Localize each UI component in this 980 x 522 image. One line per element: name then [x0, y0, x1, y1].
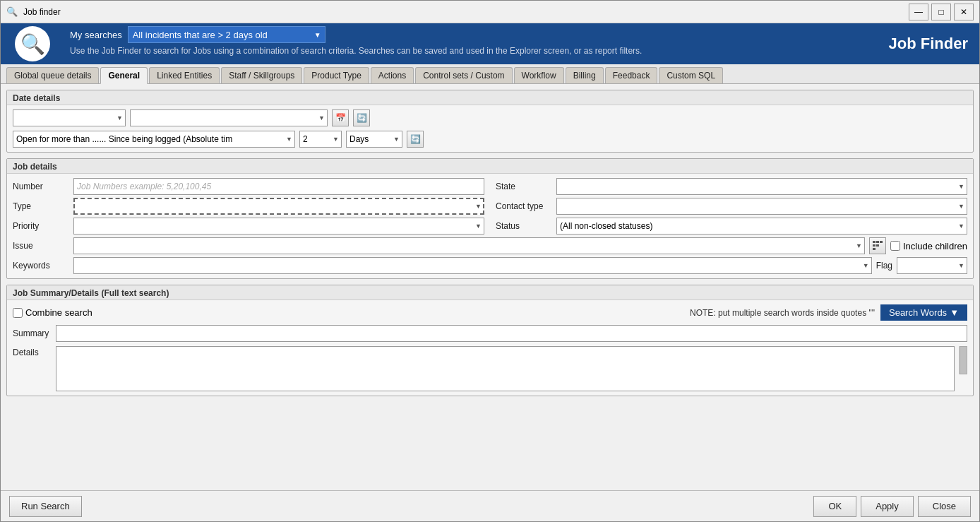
close-button-footer[interactable]: Close — [918, 496, 971, 517]
clear-date-button[interactable]: 🔄 — [353, 109, 370, 126]
tab-actions[interactable]: Actions — [371, 67, 414, 83]
tabs-container: Global queue details General Linked Enti… — [1, 64, 979, 84]
tab-global-queue[interactable]: Global queue details — [6, 67, 99, 83]
contact-type-select[interactable] — [556, 198, 967, 215]
time-open-wrapper[interactable]: Open for more than ...... Since being lo… — [13, 131, 295, 148]
full-text-search-section: Job Summary/Details (Full text search) C… — [6, 285, 974, 396]
tab-linked-entities[interactable]: Linked Entities — [149, 67, 220, 83]
logo-icon: 🔍 — [20, 32, 45, 56]
details-row: Details — [13, 346, 967, 391]
svg-rect-2 — [880, 241, 883, 243]
type-row: Type — [13, 198, 484, 215]
number-label: Number — [13, 182, 69, 191]
svg-rect-1 — [876, 241, 879, 243]
maximize-button[interactable]: □ — [931, 4, 951, 20]
time-open-select[interactable]: Open for more than ...... Since being lo… — [13, 131, 295, 148]
issue-tree-button[interactable] — [869, 237, 886, 254]
combine-search-label: Combine search — [25, 307, 92, 318]
title-bar-left: 🔍 Job finder — [6, 6, 61, 18]
date-type-select[interactable] — [13, 109, 126, 126]
state-row: State — [496, 178, 967, 195]
fts-body: Combine search NOTE: put multiple search… — [7, 300, 973, 396]
state-select[interactable] — [556, 178, 967, 195]
tab-product-type[interactable]: Product Type — [304, 67, 369, 83]
date-details-body: 📅 🔄 Open for more than ...... Since bein… — [7, 105, 973, 152]
combine-search-group: Combine search — [13, 307, 92, 318]
summary-input[interactable] — [56, 325, 967, 342]
fts-right: NOTE: put multiple search words inside q… — [690, 304, 967, 321]
issue-select[interactable] — [73, 237, 865, 254]
state-select-wrapper[interactable] — [556, 178, 967, 195]
calendar-button[interactable]: 📅 — [332, 109, 349, 126]
status-select[interactable]: (All non-closed statuses) — [556, 218, 967, 235]
keywords-row: Keywords Flag — [13, 257, 967, 274]
minimize-button[interactable]: — — [909, 4, 928, 20]
type-select[interactable] — [73, 198, 484, 215]
unit-select[interactable]: Days — [346, 131, 402, 148]
contact-type-wrapper[interactable] — [556, 198, 967, 215]
details-textarea[interactable] — [56, 346, 955, 391]
contact-type-label: Contact type — [496, 201, 552, 211]
details-label: Details — [13, 346, 52, 357]
date-details-legend: Date details — [7, 90, 973, 105]
value-select[interactable]: 2 — [299, 131, 342, 148]
search-words-button[interactable]: Search Words ▼ — [880, 304, 967, 321]
my-searches-row: My searches All incidents that are > 2 d… — [70, 26, 872, 43]
footer-right: OK Apply Close — [813, 496, 971, 517]
keywords-select[interactable] — [73, 257, 872, 274]
number-input[interactable] — [73, 178, 484, 195]
details-scrollbar[interactable] — [959, 346, 967, 374]
fts-header: Combine search NOTE: put multiple search… — [13, 304, 967, 321]
date-range-select[interactable] — [130, 109, 328, 126]
issue-row: Issue — [13, 237, 967, 254]
date-range-wrapper[interactable] — [130, 109, 328, 126]
header: 🔍 My searches All incidents that are > 2… — [1, 23, 979, 64]
include-children-checkbox[interactable] — [890, 241, 900, 251]
tab-billing[interactable]: Billing — [566, 67, 604, 83]
job-details-section: Job details Number State — [6, 158, 974, 279]
status-select-wrapper[interactable]: (All non-closed statuses) — [556, 218, 967, 235]
priority-select-wrapper[interactable] — [73, 218, 484, 235]
priority-select[interactable] — [73, 218, 484, 235]
include-children-group: Include children — [890, 241, 967, 251]
ok-button[interactable]: OK — [813, 496, 856, 517]
tab-control-sets[interactable]: Control sets / Custom — [415, 67, 512, 83]
issue-select-wrapper[interactable] — [73, 237, 865, 254]
apply-button[interactable]: Apply — [861, 496, 914, 517]
priority-row: Priority — [13, 218, 484, 235]
app-icon: 🔍 — [6, 6, 18, 18]
app-window: 🔍 Job finder — □ ✕ 🔍 My searches All inc… — [0, 0, 980, 522]
date-details-section: Date details 📅 — [6, 90, 974, 153]
status-row: Status (All non-closed statuses) — [496, 218, 967, 235]
tab-custom-sql[interactable]: Custom SQL — [659, 67, 723, 83]
close-button[interactable]: ✕ — [954, 4, 974, 20]
type-select-wrapper[interactable] — [73, 198, 484, 215]
flag-select-wrapper[interactable] — [897, 257, 967, 274]
summary-label: Summary — [13, 328, 52, 338]
include-children-label: Include children — [903, 241, 967, 251]
unit-wrapper[interactable]: Days — [346, 131, 402, 148]
status-label: Status — [496, 221, 552, 231]
flag-select[interactable] — [897, 257, 967, 274]
combine-search-checkbox[interactable] — [13, 308, 23, 318]
clear-time-button[interactable]: 🔄 — [407, 131, 424, 148]
value-wrapper[interactable]: 2 — [299, 131, 342, 148]
field-grid: Number State — [13, 178, 967, 235]
tab-workflow[interactable]: Workflow — [514, 67, 564, 83]
date-row1: 📅 🔄 — [13, 109, 967, 126]
keywords-select-wrapper[interactable] — [73, 257, 872, 274]
tab-general[interactable]: General — [100, 67, 148, 84]
flag-label: Flag — [876, 261, 892, 271]
my-searches-select-wrapper[interactable]: All incidents that are > 2 days old — [128, 26, 325, 43]
date-type-wrapper[interactable] — [13, 109, 126, 126]
content-area: Date details 📅 — [1, 84, 979, 490]
my-searches-select[interactable]: All incidents that are > 2 days old — [128, 26, 325, 43]
date-row2: Open for more than ...... Since being lo… — [13, 131, 967, 148]
state-label: State — [496, 182, 552, 191]
logo-circle: 🔍 — [15, 26, 50, 61]
job-details-legend: Job details — [7, 159, 973, 174]
tab-feedback[interactable]: Feedback — [605, 67, 658, 83]
type-label: Type — [13, 201, 69, 211]
run-search-button[interactable]: Run Search — [9, 496, 82, 517]
tab-staff-skillgroups[interactable]: Staff / Skillgroups — [221, 67, 302, 83]
